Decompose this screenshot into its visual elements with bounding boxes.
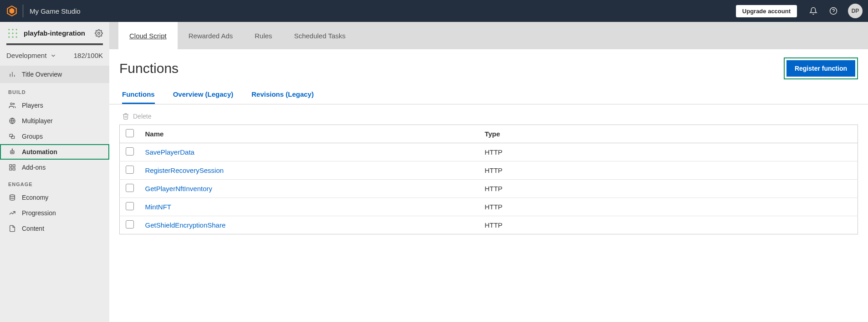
environment-label: Development	[6, 52, 46, 59]
svg-rect-29	[13, 165, 15, 167]
notifications-icon[interactable]	[805, 3, 822, 19]
tab-scheduled-tasks[interactable]: Scheduled Tasks	[283, 22, 357, 49]
groups-icon	[8, 132, 16, 140]
functions-table: Name Type SavePlayerData HTTP RegisterRe…	[119, 125, 858, 234]
header-divider	[23, 5, 23, 17]
tab-rewarded-ads[interactable]: Rewarded Ads	[178, 22, 244, 49]
svg-point-8	[12, 32, 13, 34]
function-link[interactable]: GetPlayerNftInventory	[145, 185, 213, 192]
sidebar-item-label: Multiplayer	[22, 117, 53, 125]
progression-icon	[8, 209, 16, 217]
content-icon	[8, 224, 16, 233]
sidebar-item-label: Automation	[22, 148, 57, 156]
sidebar-item-title-overview[interactable]: Title Overview	[0, 66, 109, 83]
register-function-button[interactable]: Register function	[786, 60, 855, 77]
function-link[interactable]: SavePlayerData	[145, 148, 194, 156]
subtab-revisions-legacy[interactable]: Revisions (Legacy)	[251, 88, 314, 104]
top-header: My Game Studio Upgrade account DP	[0, 0, 868, 22]
row-checkbox[interactable]	[126, 147, 134, 156]
svg-rect-28	[10, 165, 12, 167]
row-checkbox[interactable]	[126, 184, 134, 192]
table-header-row: Name Type	[120, 125, 858, 143]
sidebar-section-engage: ENGAGE	[0, 175, 109, 190]
function-type: HTTP	[479, 143, 858, 161]
trash-icon	[122, 113, 129, 120]
sidebar-item-label: Title Overview	[22, 71, 62, 78]
row-checkbox[interactable]	[126, 166, 134, 174]
sidebar-item-label: Groups	[22, 133, 43, 140]
column-name[interactable]: Name	[140, 125, 480, 143]
svg-point-5	[12, 29, 13, 30]
sidebar-section-build: BUILD	[0, 83, 109, 98]
product-logo[interactable]	[5, 5, 18, 17]
svg-point-17	[10, 103, 12, 105]
svg-point-25	[13, 152, 13, 152]
svg-point-2	[830, 8, 837, 15]
svg-point-18	[13, 103, 15, 104]
sidebar-item-automation[interactable]: Automation	[0, 144, 109, 160]
function-link[interactable]: GetShieldEncryptionShare	[145, 221, 226, 229]
economy-icon	[8, 193, 16, 202]
sidebar-item-progression[interactable]: Progression	[0, 205, 109, 221]
sidebar-item-content[interactable]: Content	[0, 221, 109, 236]
project-name[interactable]: playfab-integration	[24, 29, 90, 37]
sidebar-item-label: Content	[22, 225, 44, 232]
sidebar-item-groups[interactable]: Groups	[0, 129, 109, 144]
user-avatar[interactable]: DP	[848, 4, 863, 18]
table-row: MintNFT HTTP	[120, 198, 858, 216]
sidebar-item-label: Add-ons	[22, 164, 46, 171]
list-toolbar: Delete	[109, 104, 868, 125]
subtab-functions[interactable]: Functions	[122, 88, 155, 104]
sidebar-item-players[interactable]: Players	[0, 98, 109, 113]
table-row: GetShieldEncryptionShare HTTP	[120, 216, 858, 234]
sub-tabs: Functions Overview (Legacy) Revisions (L…	[109, 84, 868, 104]
page-title: Functions	[119, 61, 784, 76]
select-all-checkbox[interactable]	[126, 129, 134, 137]
svg-point-24	[11, 152, 12, 152]
svg-point-27	[12, 149, 12, 149]
svg-marker-1	[10, 8, 15, 14]
delete-button[interactable]: Delete	[133, 113, 151, 120]
addons-icon	[8, 163, 16, 171]
main-tabs: Cloud Script Rewarded Ads Rules Schedule…	[109, 22, 868, 49]
sidebar-item-economy[interactable]: Economy	[0, 190, 109, 205]
sidebar-item-multiplayer[interactable]: Multiplayer	[0, 113, 109, 129]
settings-icon[interactable]	[95, 29, 103, 37]
column-type[interactable]: Type	[479, 125, 858, 143]
function-link[interactable]: RegisterRecoverySession	[145, 166, 224, 174]
svg-point-12	[16, 36, 17, 38]
studio-name[interactable]: My Game Studio	[30, 7, 81, 15]
svg-rect-30	[10, 168, 12, 170]
tab-rules[interactable]: Rules	[244, 22, 283, 49]
chevron-down-icon	[50, 52, 56, 59]
project-icon	[6, 27, 19, 40]
row-checkbox[interactable]	[126, 202, 134, 210]
function-type: HTTP	[479, 161, 858, 180]
subtab-overview-legacy[interactable]: Overview (Legacy)	[173, 88, 234, 104]
svg-point-4	[8, 29, 10, 30]
sidebar-item-addons[interactable]: Add-ons	[0, 160, 109, 175]
svg-point-11	[12, 36, 13, 38]
svg-point-9	[16, 32, 17, 34]
svg-point-10	[8, 36, 10, 38]
register-function-highlight: Register function	[784, 57, 858, 79]
upgrade-account-button[interactable]: Upgrade account	[736, 5, 797, 17]
environment-selector[interactable]: Development 182/100K	[0, 50, 109, 66]
function-type: HTTP	[479, 198, 858, 216]
sidebar: playfab-integration Development 182/100K…	[0, 22, 109, 322]
sidebar-item-label: Economy	[22, 194, 48, 201]
function-type: HTTP	[479, 180, 858, 198]
players-icon	[8, 101, 16, 109]
svg-rect-31	[13, 168, 15, 170]
tab-cloud-script[interactable]: Cloud Script	[118, 22, 178, 49]
function-type: HTTP	[479, 216, 858, 234]
svg-point-7	[8, 32, 10, 34]
table-row: GetPlayerNftInventory HTTP	[120, 180, 858, 198]
row-checkbox[interactable]	[126, 220, 134, 229]
table-row: SavePlayerData HTTP	[120, 143, 858, 161]
help-icon[interactable]	[825, 3, 842, 19]
sidebar-item-label: Progression	[22, 209, 56, 217]
globe-icon	[8, 117, 16, 125]
function-link[interactable]: MintNFT	[145, 203, 172, 211]
bar-chart-icon	[8, 70, 16, 78]
